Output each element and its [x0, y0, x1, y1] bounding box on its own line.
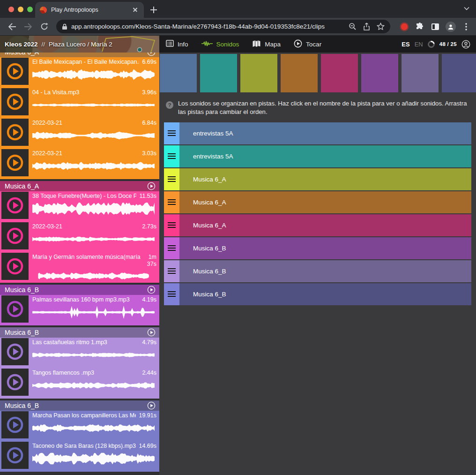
track-row[interactable]: Musica 6_B — [164, 237, 471, 259]
section-play-icon[interactable] — [147, 53, 156, 56]
clip-row[interactable]: Las castañuelas ritmo 1.mp3 4.79s — [0, 338, 159, 368]
clip-play-button[interactable] — [1, 369, 29, 396]
zoom-out-icon[interactable] — [347, 22, 357, 32]
clip-play-button[interactable] — [1, 338, 29, 365]
track-drag-handle[interactable] — [164, 145, 179, 167]
track-row[interactable]: Musica 6_B — [164, 283, 471, 305]
share-icon[interactable] — [361, 22, 372, 32]
new-tab-button[interactable] — [148, 4, 160, 16]
track-swatch-6[interactable] — [361, 54, 398, 92]
track-swatch-7[interactable] — [402, 54, 439, 92]
reload-button[interactable] — [38, 21, 50, 32]
screen-recording-indicator-icon[interactable] — [399, 22, 409, 32]
clip-play-button[interactable] — [1, 222, 29, 249]
track-drag-handle[interactable] — [164, 122, 179, 144]
clip-duration: 2.73s — [142, 223, 156, 230]
section-header[interactable]: Musica 6_B — [0, 327, 159, 338]
track-bar[interactable]: Musica 6_A — [179, 214, 471, 236]
track-swatch-1[interactable] — [160, 54, 197, 92]
side-panel-icon[interactable] — [430, 22, 440, 32]
clip-row[interactable]: 38 Toque Funebre(Muerte) - Los Doce Par.… — [0, 191, 159, 222]
track-drag-handle[interactable] — [164, 168, 179, 190]
clip-row[interactable]: 2022-03-21 2.73s — [0, 222, 159, 252]
clip-waveform — [32, 201, 156, 216]
clip-play-button[interactable] — [1, 192, 29, 219]
clip-play-button[interactable] — [1, 88, 29, 115]
track-drag-handle[interactable] — [164, 283, 179, 305]
track-row[interactable]: entrevistas 5A — [164, 122, 471, 144]
forward-button[interactable] — [22, 21, 34, 32]
nav-item-sonidos[interactable]: Sonidos — [201, 40, 239, 49]
clip-row[interactable]: María y Germán solamente música(maría 2.… — [0, 252, 159, 283]
section-header[interactable]: Musica 6_B — [0, 285, 159, 295]
track-swatch-4[interactable] — [281, 54, 318, 92]
section-header[interactable]: Musica 6_B — [0, 400, 159, 411]
window-zoom-button[interactable] — [27, 7, 33, 12]
window-minimize-button[interactable] — [18, 7, 23, 12]
track-bar[interactable]: Musica 6_B — [179, 260, 471, 282]
nav-item-tocar[interactable]: Tocar — [294, 39, 321, 49]
tab-search-chevron-icon[interactable] — [464, 7, 469, 10]
clip-row[interactable]: 04 - La Visita.mp3 3.96s — [0, 88, 159, 118]
track-bar[interactable]: Musica 6_A — [179, 168, 471, 190]
track-bar[interactable]: Musica 6_A — [179, 191, 471, 213]
track-swatch-5[interactable] — [321, 54, 358, 92]
track-swatch-8[interactable] — [442, 54, 476, 92]
track-row[interactable]: Musica 6_A — [164, 168, 471, 190]
clip-play-button[interactable] — [1, 253, 29, 280]
track-drag-handle[interactable] — [164, 237, 179, 259]
window-close-button[interactable] — [8, 7, 14, 12]
clip-row[interactable]: Taconeo de Sara Baras (128 kbps).mp3 14.… — [0, 441, 159, 472]
toolbar-extensions-area — [394, 22, 471, 32]
nav-item-info[interactable]: Info — [166, 40, 188, 48]
track-drag-handle[interactable] — [164, 260, 179, 282]
section-header[interactable]: Musica 6_A — [0, 181, 159, 191]
clip-waveform — [32, 158, 156, 173]
language-en-button[interactable]: EN — [415, 41, 423, 48]
track-row[interactable]: Musica 6_A — [164, 214, 471, 236]
track-drag-handle[interactable] — [164, 214, 179, 236]
browser-tab[interactable]: Play Antropoloops — [35, 2, 144, 18]
clip-play-button[interactable] — [1, 442, 29, 469]
back-button[interactable] — [7, 21, 18, 32]
menu-kebab-icon[interactable] — [461, 22, 471, 32]
track-bar[interactable]: entrevistas 5A — [179, 145, 471, 167]
section-play-icon[interactable] — [147, 328, 156, 337]
clip-row[interactable]: El Baile Mexicapan - El Baile Mexicapan.… — [0, 57, 159, 88]
clip-duration: 6.84s — [142, 120, 156, 127]
clip-play-button[interactable] — [1, 411, 29, 438]
section-title: Musica 6_B — [5, 286, 39, 294]
bookmark-star-icon[interactable] — [375, 22, 386, 32]
track-swatch-3[interactable] — [240, 54, 277, 92]
clip-play-button[interactable] — [1, 58, 29, 85]
track-name: Musica 6_B — [193, 245, 226, 252]
clip-row[interactable]: Tangos flamencos .mp3 2.44s — [0, 368, 159, 399]
nav-item-mapa[interactable]: Mapa — [252, 40, 281, 49]
drag-handle-icon — [168, 291, 176, 298]
track-drag-handle[interactable] — [164, 191, 179, 213]
section-play-icon[interactable] — [147, 401, 156, 410]
section-play-icon[interactable] — [147, 286, 156, 294]
clip-play-button[interactable] — [1, 119, 29, 146]
section-play-icon[interactable] — [147, 182, 156, 190]
language-es-button[interactable]: ES — [402, 41, 409, 48]
track-row[interactable]: Musica 6_B — [164, 260, 471, 282]
profile-avatar-icon[interactable] — [446, 22, 456, 32]
clip-row[interactable]: Palmas sevillanas 160 bpm mp3.mp3 4.19s — [0, 295, 159, 325]
section-header[interactable]: Musica 6_A — [0, 53, 159, 57]
account-icon[interactable] — [461, 40, 470, 49]
track-bar[interactable]: Musica 6_B — [179, 283, 471, 305]
tab-close-icon[interactable] — [132, 6, 139, 14]
track-row[interactable]: Musica 6_A — [164, 191, 471, 213]
clip-row[interactable]: Marcha Pasan los campanilleros Las Mejor… — [0, 411, 159, 441]
track-bar[interactable]: entrevistas 5A — [179, 122, 471, 144]
track-bar[interactable]: Musica 6_B — [179, 237, 471, 259]
track-row[interactable]: entrevistas 5A — [164, 145, 471, 167]
clip-row[interactable]: 2022-03-21 3.03s — [0, 149, 159, 179]
track-swatch-2[interactable] — [200, 54, 237, 92]
extensions-puzzle-icon[interactable] — [415, 22, 425, 32]
clip-row[interactable]: 2022-03-21 6.84s — [0, 118, 159, 149]
address-bar[interactable]: app.antropoloops.com/Kleos-Santa-Marina/… — [56, 20, 390, 33]
clip-play-button[interactable] — [1, 149, 29, 176]
clip-play-button[interactable] — [1, 295, 29, 323]
